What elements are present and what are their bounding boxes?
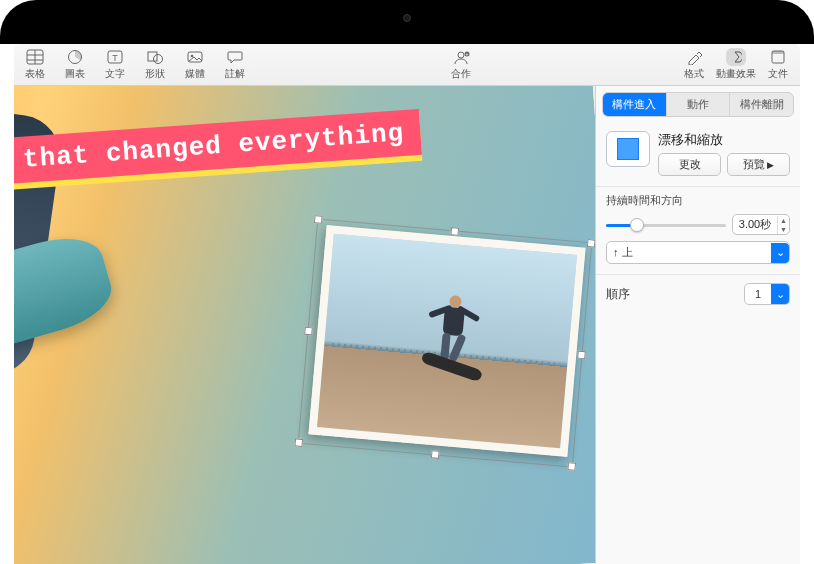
toolbar: 表格 圖表 T 文字 形狀 媒體 註解 — [14, 44, 800, 86]
duration-value: 3.00 — [739, 218, 760, 230]
order-label: 順序 — [606, 286, 630, 303]
table-icon — [25, 48, 45, 66]
effect-name: 漂移和縮放 — [658, 131, 790, 149]
toolbar-table[interactable]: 表格 — [22, 48, 48, 81]
tab-action[interactable]: 動作 — [667, 93, 731, 116]
app-window: 表格 圖表 T 文字 形狀 媒體 註解 — [14, 44, 800, 564]
toolbar-label: 格式 — [684, 67, 704, 81]
slide-canvas[interactable]: e trick that changed everything — [14, 86, 595, 564]
svg-point-10 — [191, 55, 194, 58]
format-icon — [684, 48, 704, 66]
toolbar-label: 形狀 — [145, 67, 165, 81]
svg-point-11 — [458, 52, 464, 58]
toolbar-document[interactable]: 文件 — [764, 48, 792, 81]
change-effect-button[interactable]: 更改 — [658, 153, 721, 176]
svg-text:+: + — [466, 51, 469, 57]
chevron-updown-icon: ⌄ — [771, 243, 789, 263]
comment-icon — [225, 48, 245, 66]
duration-stepper[interactable]: 3.00秒 ▲▼ — [732, 214, 790, 235]
device-camera — [403, 14, 411, 22]
toolbar-label: 合作 — [451, 67, 471, 81]
svg-text:T: T — [112, 53, 118, 63]
toolbar-label: 表格 — [25, 67, 45, 81]
order-select[interactable]: 1 ⌄ — [744, 283, 790, 305]
build-tabs: 構件進入 動作 構件離開 — [602, 92, 794, 117]
animate-icon — [726, 48, 746, 66]
inspector-panel: 構件進入 動作 構件離開 漂移和縮放 更改 預覽 持續時間 — [595, 86, 800, 564]
duration-direction-label: 持續時間和方向 — [606, 193, 790, 208]
toolbar-collaborate[interactable]: + 合作 — [448, 48, 474, 81]
toolbar-label: 文字 — [105, 67, 125, 81]
toolbar-format[interactable]: 格式 — [680, 48, 708, 81]
svg-rect-7 — [148, 52, 157, 61]
chart-icon — [65, 48, 85, 66]
device-bezel — [0, 0, 814, 44]
toolbar-shape[interactable]: 形狀 — [142, 48, 168, 81]
media-icon — [185, 48, 205, 66]
toolbar-label: 動畫效果 — [716, 67, 756, 81]
duration-unit: 秒 — [760, 218, 771, 230]
direction-value: 上 — [607, 242, 771, 263]
toolbar-label: 文件 — [768, 67, 788, 81]
collaborate-icon: + — [451, 48, 471, 66]
document-icon — [768, 48, 788, 66]
toolbar-media[interactable]: 媒體 — [182, 48, 208, 81]
chevron-updown-icon: ⌄ — [771, 284, 789, 304]
stepper-down-icon[interactable]: ▼ — [778, 225, 789, 234]
preview-button[interactable]: 預覽 — [727, 153, 790, 176]
toolbar-comment[interactable]: 註解 — [222, 48, 248, 81]
tab-build-out[interactable]: 構件離開 — [730, 93, 793, 116]
order-value: 1 — [745, 285, 771, 303]
shape-icon — [145, 48, 165, 66]
toolbar-label: 媒體 — [185, 67, 205, 81]
text-icon: T — [105, 48, 125, 66]
toolbar-label: 圖表 — [65, 67, 85, 81]
effect-thumbnail — [606, 131, 650, 167]
svg-rect-15 — [772, 51, 784, 54]
toolbar-text[interactable]: T 文字 — [102, 48, 128, 81]
toolbar-animate[interactable]: 動畫效果 — [716, 48, 756, 81]
duration-slider[interactable] — [606, 217, 726, 233]
svg-point-8 — [154, 55, 163, 64]
stepper-up-icon[interactable]: ▲ — [778, 216, 789, 225]
foreground-photo[interactable] — [308, 225, 585, 457]
direction-select[interactable]: 上 ⌄ — [606, 241, 790, 264]
toolbar-chart[interactable]: 圖表 — [62, 48, 88, 81]
tab-build-in[interactable]: 構件進入 — [603, 93, 667, 116]
toolbar-label: 註解 — [225, 67, 245, 81]
